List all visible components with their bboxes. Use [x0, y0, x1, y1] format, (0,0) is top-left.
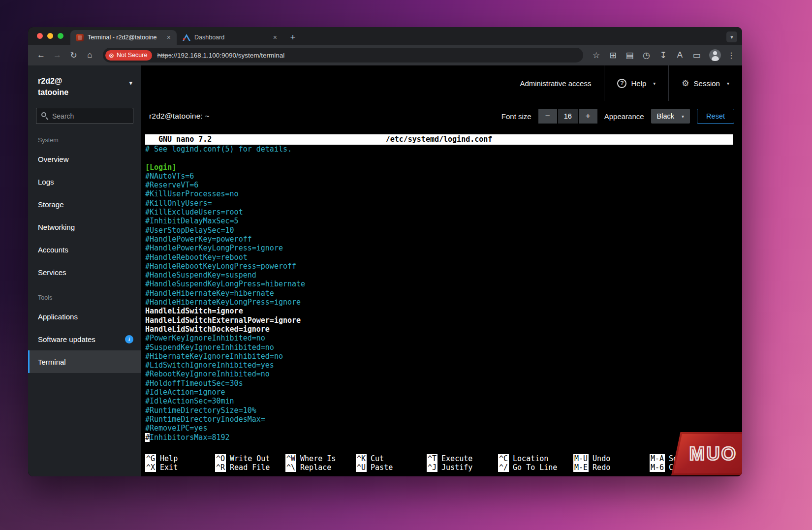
sidebar-item-label: Logs [38, 178, 54, 186]
sidebar-section-label: System [28, 126, 141, 148]
shortcut-key: M-A [650, 454, 665, 463]
appearance-select[interactable]: Black ▾ [651, 109, 690, 124]
shortcut-column: M-UUndoM-ERedo [573, 454, 650, 472]
shortcut-label: Write Out [230, 454, 270, 463]
terminal-toolbar: r2d2@tatooine: ~ Font size − 16 + Appear… [141, 101, 742, 131]
new-tab-button[interactable]: + [286, 31, 300, 44]
translate-icon[interactable]: A [672, 47, 688, 63]
tab-close-icon[interactable]: × [165, 33, 173, 41]
host-name: tatooine [38, 87, 131, 98]
nano-title-bar: GNU nano 7.2 /etc/systemd/logind.conf [145, 134, 733, 145]
terminal-line [145, 154, 742, 162]
sidebar-item-terminal[interactable]: Terminal [28, 350, 141, 373]
tab-title: Dashboard [194, 34, 267, 41]
tab-search-button[interactable]: ▾ [726, 31, 737, 42]
tab-close-icon[interactable]: × [271, 33, 279, 41]
terminal-line: #KillUserProcesses=no [145, 189, 742, 198]
terminal-line: HandleLidSwitchExternalPower=ignore [145, 316, 742, 325]
font-size-decrease-button[interactable]: − [538, 109, 557, 124]
not-secure-icon: ⊗ [109, 52, 114, 59]
terminal-line: #HandleHibernateKeyLongPress=ignore [145, 298, 742, 307]
nano-shortcut: ^GHelp [145, 454, 215, 464]
search-input[interactable] [36, 108, 133, 124]
profile-avatar[interactable] [709, 49, 721, 61]
back-icon[interactable]: ← [33, 47, 49, 63]
shortcut-label: Undo [593, 454, 610, 463]
host-selector[interactable]: r2d2@ tatooine ▾ [28, 65, 141, 103]
url-scheme: https [157, 52, 171, 59]
search-icon [41, 112, 46, 117]
reload-icon[interactable]: ↻ [65, 47, 82, 63]
nano-shortcut: ^\Replace [285, 463, 356, 472]
sidebar-item-overview[interactable]: Overview [28, 148, 141, 170]
nano-filename: /etc/systemd/logind.conf [386, 134, 493, 145]
extensions-icon[interactable]: ⊞ [605, 47, 621, 63]
not-secure-badge[interactable]: ⊗ Not Secure [105, 50, 152, 61]
nano-shortcut: ^KCut [356, 454, 427, 464]
help-menu-button[interactable]: ? Help ▾ [604, 65, 668, 101]
sidebar-item-accounts[interactable]: Accounts [28, 238, 141, 261]
terminal-line: #RebootKeyIgnoreInhibited=no [145, 370, 742, 378]
page-content: r2d2@ tatooine ▾ SystemOverviewLogsStora… [28, 65, 742, 476]
sidebar-item-logs[interactable]: Logs [28, 170, 141, 193]
maximize-button[interactable] [58, 33, 63, 39]
minimize-button[interactable] [47, 33, 53, 39]
sidebar-item-services[interactable]: Services [28, 261, 141, 283]
shortcut-label: Exit [160, 463, 178, 472]
address-bar[interactable]: ⊗ Not Secure https://192.168.1.100:9090/… [103, 48, 583, 62]
terminal-line: #UserStopDelaySec=10 [145, 226, 742, 235]
desktop-background: Terminal - r2d2@tatooine × Dashboard × +… [0, 0, 812, 530]
terminal-line: #IdleAction=ignore [145, 388, 742, 397]
session-label: Session [694, 79, 720, 88]
close-button[interactable] [37, 33, 43, 39]
history-icon[interactable]: ◷ [638, 47, 655, 63]
nano-shortcut: ^JJustify [427, 463, 498, 472]
downloads-icon[interactable]: ↧ [655, 47, 671, 63]
font-size-label: Font size [501, 112, 531, 121]
muo-watermark-text: MUO [676, 432, 742, 475]
sidebar-item-software-updates[interactable]: Software updatesi [28, 328, 141, 350]
terminal-line: #HibernateKeyIgnoreInhibited=no [145, 352, 742, 361]
cockpit-favicon [76, 34, 84, 41]
terminal-line: # See logind.conf(5) for details. [145, 145, 742, 154]
sidebar-item-label: Applications [38, 312, 78, 321]
shortcut-label: Help [160, 454, 178, 463]
window-controls [28, 27, 70, 45]
sidebar-item-applications[interactable]: Applications [28, 305, 141, 328]
nano-shortcut: ^RRead File [215, 463, 285, 472]
reset-button[interactable]: Reset [697, 109, 734, 124]
home-icon[interactable]: ⌂ [82, 47, 98, 63]
session-menu-button[interactable]: ⚙ Session ▾ [668, 65, 742, 101]
terminal-line: #NAutoVTs=6 [145, 172, 742, 181]
shortcut-key: ^W [285, 454, 296, 463]
shortcut-label: Location [513, 454, 548, 463]
terminal-screen[interactable]: GNU nano 7.2 /etc/systemd/logind.conf # … [141, 131, 742, 476]
admin-access-button[interactable]: Administrative access [507, 65, 604, 101]
sidebar-item-networking[interactable]: Networking [28, 216, 141, 238]
browser-toolbar: ←→↻⌂ ⊗ Not Secure https://192.168.1.100:… [28, 45, 742, 65]
terminal-line: HandleLidSwitch=ignore [145, 307, 742, 315]
gear-icon: ⚙ [682, 78, 689, 89]
sidebar-item-storage[interactable]: Storage [28, 193, 141, 216]
devices-icon[interactable]: ▭ [688, 47, 705, 63]
browser-menu-icon[interactable]: ⋮ [725, 48, 737, 62]
font-size-increase-button[interactable]: + [579, 109, 597, 124]
sidebar-search [36, 108, 133, 124]
bookmark-star-icon[interactable]: ☆ [588, 47, 604, 63]
tab-terminal[interactable]: Terminal - r2d2@tatooine × [70, 30, 177, 45]
nano-shortcut: ^XExit [145, 463, 215, 472]
help-label: Help [631, 79, 646, 88]
terminal-line: #InhibitorsMax=8192 [145, 433, 742, 442]
terminal-line: #SuspendKeyIgnoreInhibited=no [145, 343, 742, 352]
terminal-line: #PowerKeyIgnoreInhibited=no [145, 334, 742, 343]
tab-dashboard[interactable]: Dashboard × [177, 30, 283, 45]
reading-list-icon[interactable]: ▤ [622, 47, 638, 63]
nano-shortcut: ^UPaste [356, 463, 427, 472]
terminal-line: #ReserveVT=6 [145, 181, 742, 189]
nano-version: GNU nano 7.2 [145, 135, 212, 144]
terminal-line: #KillOnlyUsers= [145, 199, 742, 208]
nano-shortcut: ^CLocation [498, 454, 573, 464]
terminal-prompt: r2d2@tatooine: ~ [149, 112, 210, 121]
forward-icon[interactable]: → [49, 47, 65, 63]
terminal-controls: Font size − 16 + Appearance Black ▾ Res [501, 109, 734, 124]
